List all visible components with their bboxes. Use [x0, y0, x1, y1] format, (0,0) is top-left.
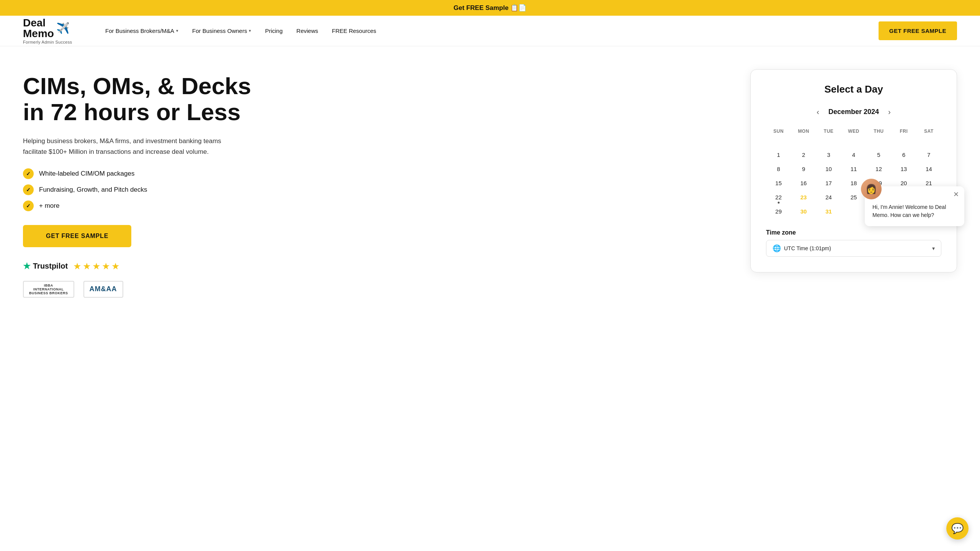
calendar-day[interactable]: 22	[766, 190, 791, 204]
trustpilot-logo: ★ Trustpilot	[23, 261, 68, 271]
hero-heading: CIMs, OMs, & Decksin 72 hours or Less	[23, 73, 735, 125]
stars-row: ★ ★ ★ ★ ★	[73, 261, 120, 272]
hero-subtext: Helping business brokers, M&A firms, and…	[23, 136, 237, 156]
calendar-day	[791, 140, 816, 148]
feature-label: White-labeled CIM/OM packages	[39, 170, 134, 178]
star-icon: ★	[102, 261, 110, 272]
timezone-value: UTC Time (1:01pm)	[784, 245, 831, 251]
check-icon: ✓	[23, 184, 34, 195]
calendar-day[interactable]: 5	[866, 148, 891, 162]
timezone-label: Time zone	[766, 229, 941, 236]
calendar-day[interactable]: 29	[766, 204, 791, 218]
calendar-day[interactable]: 8	[766, 162, 791, 176]
day-name-fri: FRI	[891, 126, 916, 136]
calendar-day	[841, 204, 866, 218]
chat-avatar: 👩	[861, 179, 882, 199]
ibba-logo: IBBAINTERNATIONALBUSINESS BROKERS	[23, 281, 74, 298]
calendar-day[interactable]: 7	[916, 148, 941, 162]
calendar-day[interactable]: 2	[791, 148, 816, 162]
feature-item: ✓ Fundraising, Growth, and Pitch decks	[23, 184, 735, 195]
nav-free-resources[interactable]: FREE Resources	[332, 28, 376, 34]
chevron-down-icon: ▾	[249, 28, 251, 33]
calendar-day[interactable]: 31	[816, 204, 841, 218]
calendar-days-header: SUN MON TUE WED THU FRI SAT	[766, 126, 941, 136]
calendar-day	[891, 140, 916, 148]
calendar-nav: ‹ December 2024 ›	[766, 106, 941, 118]
check-icon: ✓	[23, 168, 34, 179]
logo-subtitle: Formerly Admin Success	[23, 40, 82, 44]
feature-list: ✓ White-labeled CIM/OM packages ✓ Fundra…	[23, 168, 735, 211]
calendar-day[interactable]: 11	[841, 162, 866, 176]
calendar-day[interactable]: 10	[816, 162, 841, 176]
calendar-day[interactable]: 30	[791, 204, 816, 218]
next-month-button[interactable]: ›	[885, 106, 894, 118]
nav-pricing[interactable]: Pricing	[265, 28, 283, 34]
star-icon: ★	[83, 261, 91, 272]
feature-label: + more	[39, 202, 59, 210]
feature-item: ✓ White-labeled CIM/OM packages	[23, 168, 735, 179]
trustpilot-area: ★ Trustpilot ★ ★ ★ ★ ★	[23, 261, 735, 272]
calendar-month-label: December 2024	[828, 108, 879, 116]
association-logos: IBBAINTERNATIONALBUSINESS BROKERS AM&AA	[23, 281, 735, 298]
chevron-down-icon: ▾	[932, 245, 935, 251]
nav-owners[interactable]: For Business Owners ▾	[192, 28, 251, 34]
logo[interactable]: DealMemo ✈️ Formerly Admin Success	[23, 18, 82, 44]
calendar-day[interactable]: 6	[891, 148, 916, 162]
hero-cta-button[interactable]: GET FREE SAMPLE	[23, 225, 131, 247]
calendar-day[interactable]: 13	[891, 162, 916, 176]
calendar-day[interactable]: 1	[766, 148, 791, 162]
calendar-day[interactable]: 9	[791, 162, 816, 176]
star-icon: ★	[92, 261, 101, 272]
calendar-day[interactable]: 4	[841, 148, 866, 162]
calendar-day[interactable]: 16	[791, 176, 816, 190]
hero-right: Select a Day ‹ December 2024 › SUN MON T…	[750, 69, 957, 298]
calendar-day	[816, 140, 841, 148]
day-name-sat: SAT	[916, 126, 941, 136]
nav-brokers[interactable]: For Business Brokers/M&A ▾	[105, 28, 178, 34]
feature-item: ✓ + more	[23, 201, 735, 211]
trustpilot-name: Trustpilot	[33, 262, 68, 271]
calendar-day[interactable]: 17	[816, 176, 841, 190]
calendar-day	[841, 140, 866, 148]
calendar-day[interactable]: 14	[916, 162, 941, 176]
globe-icon: 🌐	[773, 244, 781, 253]
calendar-day	[866, 140, 891, 148]
chat-close-button[interactable]: ✕	[953, 190, 959, 199]
chevron-down-icon: ▾	[176, 28, 178, 33]
check-icon: ✓	[23, 201, 34, 211]
chat-greeting: Hi, I'm Annie! Welcome to Deal Memo. How…	[872, 203, 957, 219]
chat-popup: 👩 ✕ Hi, I'm Annie! Welcome to Deal Memo.…	[865, 186, 964, 226]
hero-left: CIMs, OMs, & Decksin 72 hours or Less He…	[23, 69, 735, 298]
timezone-select[interactable]: 🌐 UTC Time (1:01pm) ▾	[766, 240, 941, 257]
calendar-day[interactable]: 12	[866, 162, 891, 176]
timezone-section: Time zone 🌐 UTC Time (1:01pm) ▾	[766, 229, 941, 257]
nav-links: For Business Brokers/M&A ▾ For Business …	[105, 28, 879, 34]
banner-text: Get FREE Sample 📋📄	[454, 4, 526, 11]
calendar-card: Select a Day ‹ December 2024 › SUN MON T…	[750, 69, 957, 272]
navbar-cta-button[interactable]: GET FREE SAMPLE	[879, 21, 957, 40]
calendar-day[interactable]: 24	[816, 190, 841, 204]
logo-title: DealMemo ✈️	[23, 18, 82, 39]
calendar-day[interactable]: 3	[816, 148, 841, 162]
nav-reviews[interactable]: Reviews	[296, 28, 318, 34]
calendar-title: Select a Day	[766, 83, 941, 95]
logo-plane-icon: ✈️	[56, 23, 70, 34]
hero-section: CIMs, OMs, & Decksin 72 hours or Less He…	[0, 46, 980, 313]
prev-month-button[interactable]: ‹	[813, 106, 822, 118]
day-name-sun: SUN	[766, 126, 791, 136]
calendar-day[interactable]: 23	[791, 190, 816, 204]
calendar-day[interactable]: 15	[766, 176, 791, 190]
calendar-day	[916, 140, 941, 148]
day-name-thu: THU	[866, 126, 891, 136]
trustpilot-star-icon: ★	[23, 261, 31, 271]
calendar-day	[766, 140, 791, 148]
day-name-mon: MON	[791, 126, 816, 136]
day-name-wed: WED	[841, 126, 866, 136]
star-icon: ★	[111, 261, 120, 272]
logo-deal: DealMemo	[23, 18, 54, 39]
amaa-logo: AM&AA	[83, 281, 123, 298]
navbar: DealMemo ✈️ Formerly Admin Success For B…	[0, 16, 980, 46]
top-banner[interactable]: Get FREE Sample 📋📄	[0, 0, 980, 16]
day-name-tue: TUE	[816, 126, 841, 136]
feature-label: Fundraising, Growth, and Pitch decks	[39, 186, 147, 194]
